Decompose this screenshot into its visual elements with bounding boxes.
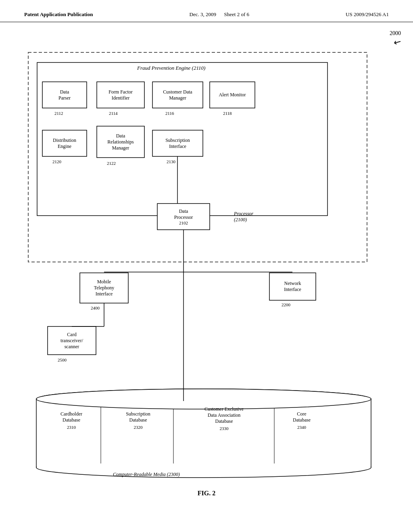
- subscription-interface-component: SubscriptionInterface: [152, 130, 203, 156]
- customer-exclusive-db-number: 2330: [177, 426, 271, 431]
- distribution-engine-label: DistributionEngine: [53, 137, 76, 150]
- distribution-engine-number: 2120: [52, 159, 61, 164]
- header-patent-number: US 2009/294526 A1: [346, 11, 389, 18]
- form-factor-component: Form FactorIdentifier: [97, 82, 144, 108]
- customer-exclusive-db-label: Customer ExclusiveData AssociationDataba…: [204, 406, 244, 424]
- card-transceiver-number: 2500: [58, 357, 67, 362]
- data-parser-number: 2112: [54, 111, 63, 116]
- header-date: Dec. 3, 2009: [190, 11, 216, 17]
- fraud-engine-label: Fraud Prevention Engine (2110): [137, 65, 205, 71]
- alert-monitor-component: Alert Monitor: [210, 82, 255, 108]
- alert-monitor-label: Alert Monitor: [219, 92, 246, 98]
- cardholder-db-number: 2310: [44, 425, 99, 430]
- core-db-number: 2340: [277, 425, 326, 430]
- data-relationships-number: 2122: [107, 161, 116, 166]
- subscription-db-label: SubscriptionDatabase: [126, 411, 150, 423]
- cardholder-db-label: CardholderDatabase: [60, 411, 82, 423]
- core-db: CoreDatabase 2340: [277, 411, 326, 430]
- subscription-interface-number: 2130: [167, 159, 175, 164]
- header-publication: Patent Application Publication: [24, 11, 93, 18]
- form-factor-number: 2114: [109, 111, 118, 116]
- cardholder-db: CardholderDatabase 2310: [44, 411, 99, 430]
- alert-monitor-number: 2118: [223, 111, 232, 116]
- card-transceiver-label: Cardtransceiver/scanner: [60, 332, 83, 350]
- customer-data-number: 2116: [165, 111, 174, 116]
- header-sheet: Sheet 2 of 6: [224, 11, 249, 17]
- form-factor-label: Form FactorIdentifier: [108, 89, 133, 101]
- network-interface-number: 2200: [282, 302, 290, 307]
- customer-exclusive-db: Customer ExclusiveData AssociationDataba…: [177, 406, 271, 431]
- header-date-sheet: Dec. 3, 2009 Sheet 2 of 6: [190, 11, 249, 18]
- data-relationships-label: DataRelationshipsManager: [107, 133, 133, 151]
- data-parser-component: DataParser: [42, 82, 87, 108]
- data-processor-number: 2102: [179, 220, 188, 225]
- subscription-db-number: 2320: [107, 425, 169, 430]
- ref-2000: 2000 ↙: [390, 30, 401, 47]
- data-relationships-component: DataRelationshipsManager: [97, 126, 144, 158]
- mobile-telephony-label: MobileTelephonyInterface: [94, 279, 114, 297]
- subscription-interface-label: SubscriptionInterface: [165, 137, 190, 150]
- card-transceiver-component: Cardtransceiver/scanner: [48, 326, 96, 355]
- data-processor-label: DataProcessor: [174, 208, 193, 220]
- data-parser-label: DataParser: [58, 89, 71, 101]
- distribution-engine-component: DistributionEngine: [42, 130, 87, 156]
- network-interface-label: NetworkInterface: [284, 281, 301, 293]
- subscription-db: SubscriptionDatabase 2320: [107, 411, 169, 430]
- diagram-area: 2000 ↙ Fraud Prevention Engine (2110) Da…: [0, 22, 413, 514]
- customer-data-label: Customer DataManager: [163, 89, 192, 101]
- mobile-telephony-component: MobileTelephonyInterface: [80, 273, 128, 303]
- processor-label: Processor(2100): [234, 211, 253, 223]
- page-header: Patent Application Publication Dec. 3, 2…: [0, 0, 413, 22]
- computer-readable-label: Computer-Readable Media (2300): [113, 472, 180, 478]
- customer-data-component: Customer DataManager: [152, 82, 203, 108]
- db-bottom-ellipse: [36, 457, 371, 478]
- network-interface-component: NetworkInterface: [269, 273, 316, 300]
- data-processor-component: DataProcessor 2102: [157, 204, 210, 230]
- core-db-label: CoreDatabase: [293, 411, 311, 423]
- mobile-telephony-number: 2400: [91, 305, 100, 310]
